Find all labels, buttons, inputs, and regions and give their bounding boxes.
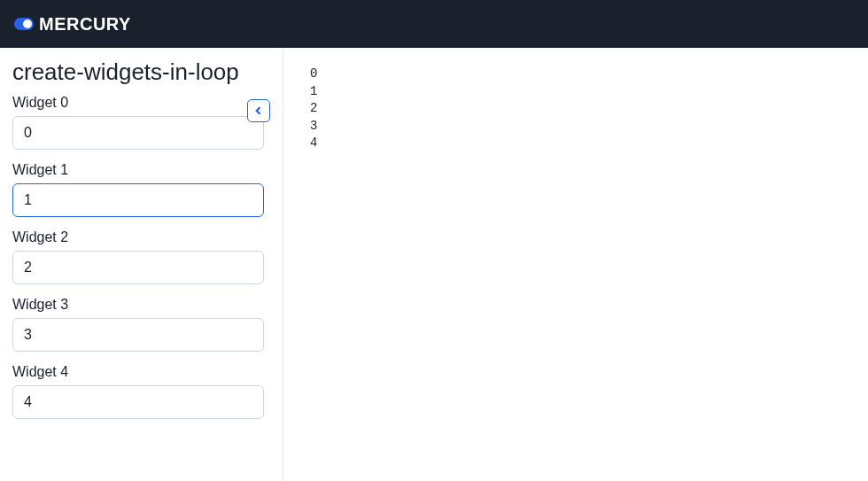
widget-group-2: Widget 2 [12,229,270,284]
widget-label-3: Widget 3 [12,297,270,313]
output-line-4: 4 [310,135,841,152]
output-panel: 01234 [283,48,868,481]
widget-input-3[interactable] [12,318,264,352]
output-line-2: 2 [310,100,841,118]
output-line-3: 3 [310,118,841,136]
widget-label-4: Widget 4 [12,364,270,380]
app-header: MERCURY [0,0,868,48]
widget-group-1: Widget 1 [12,162,270,217]
widget-group-4: Widget 4 [12,364,270,419]
logo-text: MERCURY [39,14,131,35]
widget-label-2: Widget 2 [12,229,270,245]
widget-label-1: Widget 1 [12,162,270,178]
page-title: create-widgets-in-loop [12,58,270,86]
logo-badge-icon [14,18,34,30]
widget-input-4[interactable] [12,385,264,419]
logo[interactable]: MERCURY [14,14,131,35]
output-line-0: 0 [310,66,841,83]
sidebar: create-widgets-in-loop Widget 0Widget 1W… [0,48,283,481]
output-line-1: 1 [310,83,841,101]
widget-label-0: Widget 0 [12,95,270,111]
widget-input-0[interactable] [12,116,264,150]
collapse-sidebar-button[interactable] [247,99,270,122]
chevron-left-icon [253,105,264,116]
widget-group-0: Widget 0 [12,95,270,150]
widget-input-1[interactable] [12,183,264,217]
widget-group-3: Widget 3 [12,297,270,352]
widget-input-2[interactable] [12,251,264,284]
